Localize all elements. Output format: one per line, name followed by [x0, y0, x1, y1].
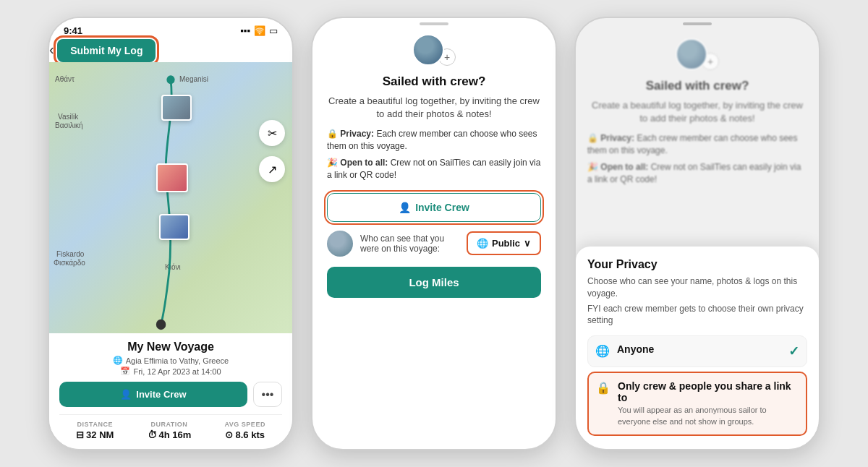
crew-avatar-group: +	[327, 34, 541, 66]
crew-icon: 👤	[120, 389, 132, 400]
globe-icon: 🌐	[113, 356, 123, 365]
map-label-fiskardo: Fiskardo	[56, 250, 84, 258]
svg-point-1	[156, 320, 166, 330]
map-photo-thumb-2	[156, 163, 188, 192]
voyage-meta: 🌐 Agia Effimia to Vathy, Greece 📅 Fri, 1…	[59, 356, 282, 376]
map-photo-thumb-1	[161, 95, 192, 121]
phone-3: + Sailed with crew? Create a beautiful l…	[574, 17, 820, 450]
svg-point-0	[166, 75, 174, 84]
map-label-vasilik: Vasilik	[58, 113, 78, 121]
privacy-option-crew-label: Only crew & people you share a link to	[618, 380, 799, 403]
more-icon: •••	[262, 388, 274, 401]
phone3-open-info: 🎉 Open to all: Crew not on SailTies can …	[587, 161, 807, 186]
invite-crew-outline-button[interactable]: 👤 Invite Crew	[327, 193, 541, 222]
crew-avatar	[412, 34, 444, 66]
voyage-stats: DISTANCE ⊟32 NM DURATION ⏱4h 16m AVG SPE…	[59, 414, 282, 443]
more-options-button[interactable]: •••	[253, 382, 282, 407]
phone3-bg-content: + Sailed with crew? Create a beautiful l…	[576, 25, 819, 197]
phone3-bg-desc: Create a beautiful log together, by invi…	[587, 99, 807, 125]
who-sees-row: Who can see that you were on this voyage…	[327, 231, 541, 257]
log-miles-button[interactable]: Log Miles	[327, 267, 541, 298]
voyage-title: My New Voyage	[59, 340, 282, 354]
who-sees-avatar	[327, 231, 353, 257]
status-icons: ▪▪▪ 🛜 ▭	[240, 25, 278, 36]
lock-privacy-icon: 🔒	[596, 381, 610, 395]
phone3-overlay: + Sailed with crew? Create a beautiful l…	[576, 25, 819, 449]
stat-speed: AVG SPEED ⊙8.6 kts	[225, 421, 265, 440]
globe-privacy-icon: 🌐	[595, 344, 610, 358]
check-icon: ✓	[788, 343, 799, 359]
stat-speed-value: ⊙8.6 kts	[225, 429, 264, 440]
privacy-option-anyone-text: Anyone	[617, 343, 781, 355]
stat-distance: DISTANCE ⊟32 NM	[76, 421, 114, 440]
phone3-privacy-info: 🔒 Privacy: Each crew member can choose w…	[587, 132, 807, 157]
back-button[interactable]: ‹	[49, 41, 54, 57]
status-bar: 9:41 ▪▪▪ 🛜 ▭	[49, 18, 292, 39]
chevron-down-icon: ∨	[524, 238, 531, 249]
voyage-actions: 👤 Invite Crew •••	[59, 382, 282, 407]
voyage-info: My New Voyage 🌐 Agia Effimia to Vathy, G…	[49, 333, 292, 449]
privacy-card-title: Your Privacy	[587, 258, 807, 271]
stat-duration-label: DURATION	[151, 421, 188, 428]
globe-icon-dropdown: 🌐	[477, 238, 488, 249]
stat-duration: DURATION ⏱4h 16m	[148, 421, 192, 440]
duration-icon: ⏱	[148, 429, 157, 440]
map-label-meganisi: Meganisi	[179, 75, 208, 83]
time-display: 9:41	[64, 25, 82, 36]
battery-icon: ▭	[269, 25, 278, 36]
stat-distance-value: ⊟32 NM	[76, 429, 114, 440]
voyage-date: 📅 Fri, 12 Apr 2023 at 14:00	[120, 367, 221, 376]
phone-2: + Sailed with crew? Create a beautiful l…	[311, 17, 557, 450]
privacy-option-anyone[interactable]: 🌐 Anyone ✓	[587, 335, 807, 367]
phone3-bg-title: Sailed with crew?	[587, 79, 807, 93]
map-label-vasiliiki: Βασιλική	[55, 121, 83, 129]
phone-1: 9:41 ▪▪▪ 🛜 ▭ ‹ Submit My Log Αθάντ Megan…	[48, 17, 294, 450]
expand-button[interactable]: ↗	[259, 156, 285, 182]
map-photo-thumb-3	[159, 214, 190, 240]
stat-speed-label: AVG SPEED	[225, 421, 265, 428]
distance-icon: ⊟	[76, 429, 84, 440]
privacy-card-desc: Choose who can see your name, photos & l…	[587, 275, 807, 300]
stat-distance-label: DISTANCE	[77, 421, 113, 428]
phone2-content: + Sailed with crew? Create a beautiful l…	[312, 25, 556, 449]
map-label-athant: Αθάντ	[55, 75, 75, 83]
sailed-with-crew-desc: Create a beautiful log together, by invi…	[327, 95, 541, 121]
crew-outline-icon: 👤	[399, 202, 411, 213]
invite-crew-button[interactable]: 👤 Invite Crew	[59, 382, 247, 407]
privacy-card: Your Privacy Choose who can see your nam…	[576, 247, 819, 449]
nav-bar: ‹ Submit My Log	[49, 39, 292, 62]
speed-icon: ⊙	[225, 429, 233, 440]
map-label-fiskardo-gr: Φισκάρδο	[54, 259, 85, 267]
privacy-card-note: FYI each crew member gets to choose thei…	[587, 303, 807, 327]
open-info: 🎉 Open to all: Crew not on SailTies can …	[327, 157, 541, 181]
sailed-with-crew-title: Sailed with crew?	[327, 74, 541, 89]
wifi-icon: 🛜	[254, 25, 265, 36]
public-dropdown[interactable]: 🌐 Public ∨	[467, 231, 541, 255]
calendar-icon: 📅	[120, 367, 130, 376]
privacy-option-anyone-label: Anyone	[617, 343, 781, 355]
privacy-option-crew-only[interactable]: 🔒 Only crew & people you share a link to…	[587, 372, 807, 436]
map-area: Αθάντ Meganisi Vasilik Βασιλική Fiskardo…	[49, 62, 292, 333]
privacy-info: 🔒 Privacy: Each crew member can choose w…	[327, 128, 541, 153]
submit-log-button[interactable]: Submit My Log	[57, 39, 156, 62]
who-sees-text: Who can see that you were on this voyage…	[360, 234, 459, 254]
voyage-route: 🌐 Agia Effimia to Vathy, Greece	[113, 356, 229, 365]
stat-duration-value: ⏱4h 16m	[148, 429, 192, 440]
privacy-option-crew-text: Only crew & people you share a link to Y…	[618, 380, 799, 427]
signal-icon: ▪▪▪	[240, 25, 250, 36]
privacy-option-crew-sublabel: You will appear as an anonymous sailor t…	[618, 405, 799, 427]
scissors-button[interactable]: ✂	[259, 120, 285, 146]
map-label-kioni: Κιόνι	[165, 263, 181, 271]
